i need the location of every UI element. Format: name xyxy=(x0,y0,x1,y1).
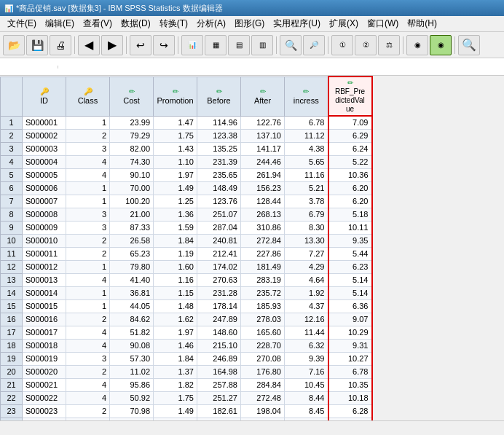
cell-incress[interactable]: 1.92 xyxy=(285,286,328,299)
menu-graphs[interactable]: 图形(G) xyxy=(230,16,269,31)
cell-after[interactable]: 278.03 xyxy=(241,313,285,326)
cell-cost[interactable]: 50.00 xyxy=(110,418,154,420)
cell-promotion[interactable]: 1.37 xyxy=(154,365,197,378)
cell-before[interactable]: 251.27 xyxy=(197,391,241,404)
col-header-class[interactable]: 🔑 Class xyxy=(66,77,110,116)
cell-before[interactable]: 200.00 xyxy=(197,418,241,420)
cell-after[interactable]: 227.86 xyxy=(241,247,285,260)
cell-cost[interactable]: 79.80 xyxy=(110,260,154,273)
menu-utilities[interactable]: 实用程序(U) xyxy=(269,16,325,31)
cell-class[interactable]: 4 xyxy=(66,378,110,391)
cell-promotion[interactable]: 1.15 xyxy=(154,286,197,299)
cell-cost[interactable]: 11.02 xyxy=(110,365,154,378)
cell-incress[interactable]: 12.16 xyxy=(285,313,328,326)
cell-rbf-predicted[interactable]: 10.27 xyxy=(328,352,372,365)
cell-class[interactable]: 3 xyxy=(66,221,110,234)
cell-rbf-predicted[interactable]: 5.18 xyxy=(328,208,372,221)
cell-promotion[interactable]: 1.62 xyxy=(154,313,197,326)
cell-cost[interactable]: 57.30 xyxy=(110,352,154,365)
cell-cost[interactable]: 79.29 xyxy=(110,129,154,142)
cell-promotion[interactable]: 1.49 xyxy=(154,404,197,418)
cell-rbf-predicted[interactable]: 9.31 xyxy=(328,339,372,352)
find2-button[interactable]: 🔎 xyxy=(303,35,325,55)
search2-button[interactable]: 🔍 xyxy=(458,35,480,55)
cell-cost[interactable]: 44.05 xyxy=(110,299,154,313)
cell-incress[interactable]: 4.29 xyxy=(285,260,328,273)
cell-rbf-predicted[interactable]: 5.14 xyxy=(328,286,372,299)
cell-rbf-predicted[interactable]: 10.29 xyxy=(328,326,372,339)
cell-class[interactable]: 3 xyxy=(66,208,110,221)
cell-rbf-predicted[interactable]: 5.44 xyxy=(328,247,372,260)
cell-class[interactable]: 3 xyxy=(66,352,110,365)
cell-promotion[interactable]: 1.16 xyxy=(154,273,197,286)
col-header-incress[interactable]: ✏ incress xyxy=(285,77,328,116)
cell-rbf-predicted[interactable]: 5.14 xyxy=(328,273,372,286)
cell-before[interactable]: 287.04 xyxy=(197,221,241,234)
cell-incress[interactable]: 3.78 xyxy=(285,195,328,208)
cell-incress[interactable]: 6.78 xyxy=(285,116,328,129)
table3-button[interactable]: ▥ xyxy=(251,35,273,55)
cell-class[interactable]: 2 xyxy=(66,313,110,326)
col-header-after[interactable]: ✏ After xyxy=(241,77,285,116)
cell-after[interactable]: 268.13 xyxy=(241,208,285,221)
cell-class[interactable]: 4 xyxy=(66,391,110,404)
cell-rbf-predicted[interactable]: 6.20 xyxy=(328,195,372,208)
cell-class[interactable]: 1 xyxy=(66,181,110,195)
cell-incress[interactable]: 10.45 xyxy=(285,378,328,391)
cell-after[interactable]: 272.84 xyxy=(241,234,285,247)
case2-button[interactable]: ② xyxy=(355,35,377,55)
cell-before[interactable]: 215.10 xyxy=(197,339,241,352)
cell-rbf-predicted[interactable]: 6.24 xyxy=(328,142,372,155)
cell-id[interactable]: S000009 xyxy=(23,221,66,234)
cell-incress[interactable]: 7.16 xyxy=(285,365,328,378)
cell-incress[interactable]: 11.44 xyxy=(285,326,328,339)
cell-after[interactable]: 310.86 xyxy=(241,221,285,234)
redo-button[interactable]: ↪ xyxy=(153,35,175,55)
cell-promotion[interactable]: 1.19 xyxy=(154,247,197,260)
cell-class[interactable]: 1 xyxy=(66,299,110,313)
cell-promotion[interactable]: 1.46 xyxy=(154,339,197,352)
cell-before[interactable]: 240.81 xyxy=(197,234,241,247)
cell-rbf-predicted[interactable]: 9.07 xyxy=(328,313,372,326)
cell-cost[interactable]: 95.86 xyxy=(110,378,154,391)
cell-rbf-predicted[interactable]: 5.22 xyxy=(328,155,372,168)
cell-rbf-predicted[interactable]: 6.20 xyxy=(328,181,372,195)
cell-incress[interactable]: 6.32 xyxy=(285,339,328,352)
var-name-box[interactable] xyxy=(0,66,58,68)
cell-promotion[interactable]: 1.60 xyxy=(154,260,197,273)
menu-extensions[interactable]: 扩展(X) xyxy=(325,16,363,31)
menu-data[interactable]: 数据(D) xyxy=(117,16,155,31)
cell-rbf-predicted[interactable]: 6.29 xyxy=(328,129,372,142)
cell-before[interactable]: 148.49 xyxy=(197,181,241,195)
cell-promotion[interactable]: 1.75 xyxy=(154,391,197,404)
var-value-box[interactable] xyxy=(58,66,504,68)
cell-before[interactable]: 251.07 xyxy=(197,208,241,221)
cell-after[interactable]: 128.44 xyxy=(241,195,285,208)
cell-cost[interactable]: 70.98 xyxy=(110,404,154,418)
cell-cost[interactable]: 87.33 xyxy=(110,221,154,234)
cell-id[interactable]: S000023 xyxy=(23,404,66,418)
menu-transform[interactable]: 转换(T) xyxy=(155,16,192,31)
cell-class[interactable]: 4 xyxy=(66,326,110,339)
cell-cost[interactable]: 51.82 xyxy=(110,326,154,339)
cell-after[interactable]: 156.23 xyxy=(241,181,285,195)
cell-after[interactable]: 198.04 xyxy=(241,404,285,418)
layers-button[interactable]: ◉ xyxy=(406,35,428,55)
cell-cost[interactable]: 36.81 xyxy=(110,286,154,299)
cell-incress[interactable]: 11.16 xyxy=(285,168,328,181)
cell-cost[interactable]: 65.23 xyxy=(110,247,154,260)
cell-class[interactable]: 4 xyxy=(66,339,110,352)
cell-before[interactable]: 270.63 xyxy=(197,273,241,286)
col-header-promotion[interactable]: ✏ Promotion xyxy=(154,77,197,116)
cell-cost[interactable]: 90.08 xyxy=(110,339,154,352)
cell-after[interactable]: 181.49 xyxy=(241,260,285,273)
cell-incress[interactable]: 4.38 xyxy=(285,142,328,155)
cell-id[interactable]: S000016 xyxy=(23,313,66,326)
cell-rbf-predicted[interactable]: 7.09 xyxy=(328,116,372,129)
cell-after[interactable]: 176.80 xyxy=(241,365,285,378)
cell-promotion[interactable]: 1.47 xyxy=(154,116,197,129)
cell-cost[interactable]: 90.10 xyxy=(110,168,154,181)
cell-incress[interactable]: 5.65 xyxy=(285,155,328,168)
cell-incress[interactable]: 5.21 xyxy=(285,181,328,195)
save-button[interactable]: 💾 xyxy=(26,35,48,55)
